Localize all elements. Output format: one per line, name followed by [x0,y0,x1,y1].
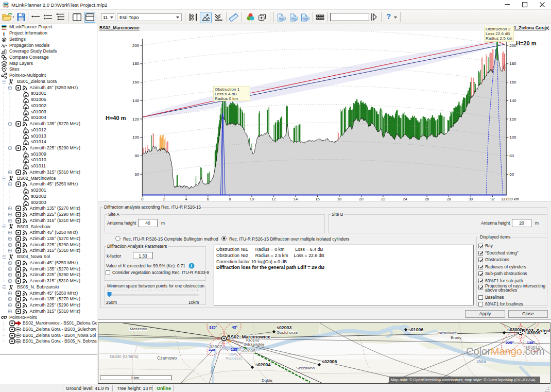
svg-text:80: 80 [509,154,514,158]
svg-text:26: 26 [425,197,429,201]
svg-text:10: 10 [250,197,254,201]
svg-text:315°: 315° [209,325,217,330]
svg-text:200: 200 [132,43,140,48]
svg-text:28: 28 [446,197,451,201]
svg-text:4: 4 [185,197,187,201]
svg-text:ColorMango.com: ColorMango.com [466,346,544,357]
svg-text:Odrzańskie: Odrzańskie [244,342,265,347]
svg-text:Map data: © OpenStreetMap cont: Map data: © OpenStreetMap contributors; … [391,378,536,382]
svg-text:225°: 225° [506,340,514,345]
svg-text:Raduszec: Raduszec [226,356,243,361]
svg-text:0: 0 [141,197,143,201]
svg-text:s03009: s03009 [525,330,540,335]
svg-text:30: 30 [469,197,473,201]
svg-text:140: 140 [132,98,140,103]
svg-text:14: 14 [294,197,298,201]
svg-text:120: 120 [132,117,140,122]
svg-text:12: 12 [271,197,276,201]
svg-text:s01006: s01006 [408,327,423,332]
svg-text:180: 180 [509,61,516,66]
svg-text:Brody: Brody [451,335,461,340]
svg-text:60: 60 [134,172,139,177]
svg-text:160: 160 [509,80,516,84]
svg-text:HTM: HTM [303,18,308,20]
svg-text:24: 24 [403,197,407,201]
svg-text:20: 20 [359,197,363,201]
svg-text:18: 18 [337,197,341,201]
svg-text:8: 8 [229,197,231,201]
svg-text:s02004: s02004 [255,362,270,367]
svg-text:s02005: s02005 [240,348,255,353]
svg-text:Czarnowo: Czarnowo [157,355,177,361]
svg-text:Nietkowice: Nietkowice [438,331,457,335]
svg-text:9 km: 9 km [131,376,139,380]
svg-text:100: 100 [509,135,516,140]
svg-text:140: 140 [509,98,516,103]
svg-text:100: 100 [132,135,140,140]
svg-text:Gostchorze: Gostchorze [277,330,298,335]
svg-text:6: 6 [207,197,209,201]
svg-text:16: 16 [315,197,319,201]
svg-text:120: 120 [509,117,516,122]
svg-text:s02003: s02003 [277,325,291,330]
svg-text:160: 160 [132,80,140,84]
svg-text:135°: 135° [231,347,239,352]
svg-text:200: 200 [509,43,516,48]
svg-text:Maszewo: Maszewo [130,327,147,331]
svg-text:80: 80 [134,154,139,158]
svg-text:s03008: s03008 [507,327,522,332]
svg-text:22: 22 [381,197,385,201]
svg-text:s02006: s02006 [322,359,337,364]
svg-text:45°: 45° [232,325,237,330]
svg-text:Gubin (Gmina): Gubin (Gmina) [110,354,139,359]
svg-text:PNG: PNG [292,18,297,20]
svg-text:H=40 m: H=40 m [106,115,126,121]
svg-text:Odra: Odra [477,359,486,364]
svg-text:60: 60 [509,172,514,177]
svg-text:Szczawno: Szczawno [296,366,315,370]
svg-text:180: 180 [132,61,140,66]
svg-text:32: 32 [490,197,494,201]
svg-text:Dąbie: Dąbie [262,378,272,383]
svg-text:KMZ: KMZ [280,18,285,20]
svg-text:2: 2 [163,197,165,201]
svg-text:s02007: s02007 [207,344,222,349]
svg-text:33.099 km: 33.099 km [501,197,519,201]
svg-text:H=20 m: H=20 m [516,40,537,46]
